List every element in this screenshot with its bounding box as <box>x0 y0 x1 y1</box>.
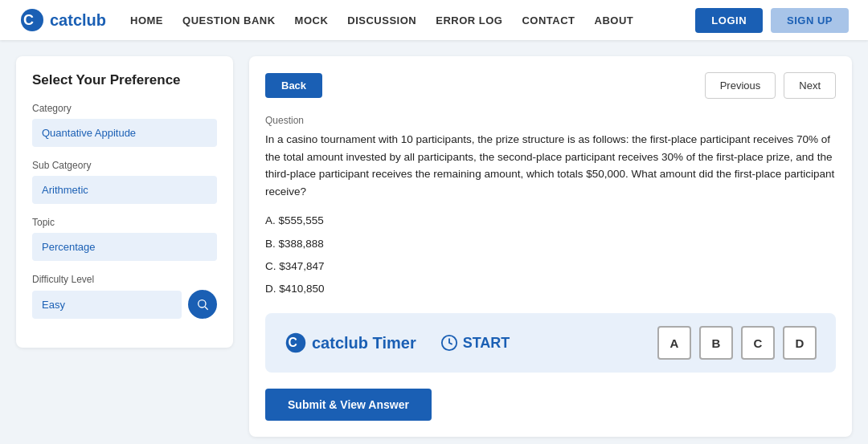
timer-answer-options: A B C D <box>657 326 817 360</box>
answer-btn-d[interactable]: D <box>783 326 817 360</box>
nav-buttons: LOGIN SIGN UP <box>695 8 849 33</box>
sidebar: Select Your Preference Category Quantati… <box>16 56 233 348</box>
question-text: In a casino tournament with 10 participa… <box>265 131 836 200</box>
svg-text:C: C <box>23 12 34 28</box>
previous-button[interactable]: Previous <box>705 72 776 99</box>
nav-discussion[interactable]: DISCUSSION <box>347 14 416 26</box>
back-button[interactable]: Back <box>265 73 322 98</box>
answer-btn-a[interactable]: A <box>657 326 691 360</box>
submit-button[interactable]: Submit & View Answer <box>265 389 432 421</box>
question-label: Question <box>265 115 836 126</box>
difficulty-label: Difficulty Level <box>32 274 217 285</box>
next-button[interactable]: Next <box>784 72 836 99</box>
search-icon <box>196 298 209 311</box>
nav-mock[interactable]: MOCK <box>295 14 329 26</box>
nav-home[interactable]: HOME <box>130 14 163 26</box>
logo[interactable]: C catclub <box>19 7 106 33</box>
difficulty-row: Easy <box>32 290 217 319</box>
svg-text:C: C <box>288 336 297 350</box>
svg-point-2 <box>199 300 206 308</box>
sidebar-title: Select Your Preference <box>32 72 217 88</box>
nav-question-bank[interactable]: QUESTION BANK <box>182 14 276 26</box>
login-button[interactable]: LOGIN <box>695 8 763 33</box>
category-label: Category <box>32 103 217 114</box>
topic-field[interactable]: Percentage <box>32 233 217 261</box>
options-list: A. $555,555 B. $388,888 C. $347,847 D. $… <box>265 213 836 297</box>
main-container: Select Your Preference Category Quantati… <box>0 40 868 444</box>
navbar: C catclub HOME QUESTION BANK MOCK DISCUS… <box>0 0 868 40</box>
search-button[interactable] <box>188 290 217 319</box>
option-a[interactable]: A. $555,555 <box>265 213 836 229</box>
timer-brand-text: catclub Timer <box>312 334 416 352</box>
topic-label: Topic <box>32 217 217 228</box>
subcategory-label: Sub Catgeory <box>32 160 217 171</box>
content-top: Back Previous Next <box>265 72 836 99</box>
timer-logo-icon: C <box>285 332 307 354</box>
option-c[interactable]: C. $347,847 <box>265 259 836 275</box>
content-area: Back Previous Next Question In a casino … <box>249 56 852 437</box>
nav-contact[interactable]: CONTACT <box>522 14 575 26</box>
difficulty-field[interactable]: Easy <box>32 291 182 319</box>
answer-btn-c[interactable]: C <box>741 326 775 360</box>
timer-brand: C catclub Timer <box>285 332 416 354</box>
signup-button[interactable]: SIGN UP <box>771 8 849 33</box>
answer-btn-b[interactable]: B <box>699 326 733 360</box>
subcategory-field[interactable]: Arithmetic <box>32 176 217 204</box>
option-b[interactable]: B. $388,888 <box>265 236 836 252</box>
clock-icon <box>440 334 458 352</box>
logo-text: catclub <box>50 11 106 30</box>
nav-error-log[interactable]: ERROR LOG <box>436 14 502 26</box>
option-d[interactable]: D. $410,850 <box>265 281 836 297</box>
top-right-buttons: Previous Next <box>705 72 836 99</box>
timer-strip: C catclub Timer START A B C D <box>265 313 836 373</box>
timer-start-text: START <box>463 335 510 352</box>
catclub-logo-icon: C <box>19 7 45 33</box>
timer-start[interactable]: START <box>440 334 510 352</box>
category-field[interactable]: Quantative Appitude <box>32 119 217 147</box>
svg-line-3 <box>205 307 208 310</box>
nav-links: HOME QUESTION BANK MOCK DISCUSSION ERROR… <box>130 14 695 26</box>
nav-about[interactable]: ABOUT <box>595 14 634 26</box>
